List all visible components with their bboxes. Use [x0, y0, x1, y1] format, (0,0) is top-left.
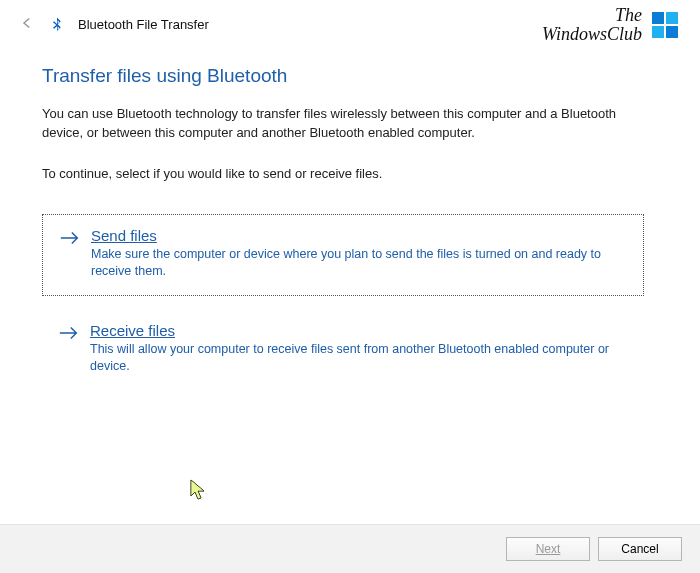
arrow-right-icon	[59, 229, 81, 250]
svg-rect-1	[666, 12, 678, 24]
watermark-line2: WindowsClub	[542, 25, 642, 44]
svg-rect-0	[652, 12, 664, 24]
option-send-desc: Make sure the computer or device where y…	[91, 246, 627, 281]
content-area: Transfer files using Bluetooth You can u…	[0, 45, 700, 524]
option-receive-files[interactable]: Receive files This will allow your compu…	[42, 310, 644, 390]
watermark: The WindowsClub	[542, 6, 680, 44]
window-title: Bluetooth File Transfer	[78, 17, 209, 32]
option-receive-title: Receive files	[90, 322, 628, 339]
option-send-files[interactable]: Send files Make sure the computer or dev…	[42, 214, 644, 296]
next-button[interactable]: Next	[506, 537, 590, 561]
page-heading: Transfer files using Bluetooth	[42, 65, 644, 87]
back-icon[interactable]	[18, 14, 36, 35]
intro-text: You can use Bluetooth technology to tran…	[42, 105, 644, 143]
bluetooth-icon	[48, 16, 66, 34]
option-receive-desc: This will allow your computer to receive…	[90, 341, 628, 376]
prompt-text: To continue, select if you would like to…	[42, 165, 644, 184]
wizard-window: Bluetooth File Transfer The WindowsClub …	[0, 0, 700, 573]
cancel-button[interactable]: Cancel	[598, 537, 682, 561]
footer-bar: Next Cancel	[0, 524, 700, 573]
watermark-line1: The	[542, 6, 642, 25]
svg-rect-3	[666, 26, 678, 38]
windowsclub-logo-icon	[650, 10, 680, 40]
arrow-right-icon	[58, 324, 80, 345]
svg-rect-2	[652, 26, 664, 38]
option-send-title: Send files	[91, 227, 627, 244]
